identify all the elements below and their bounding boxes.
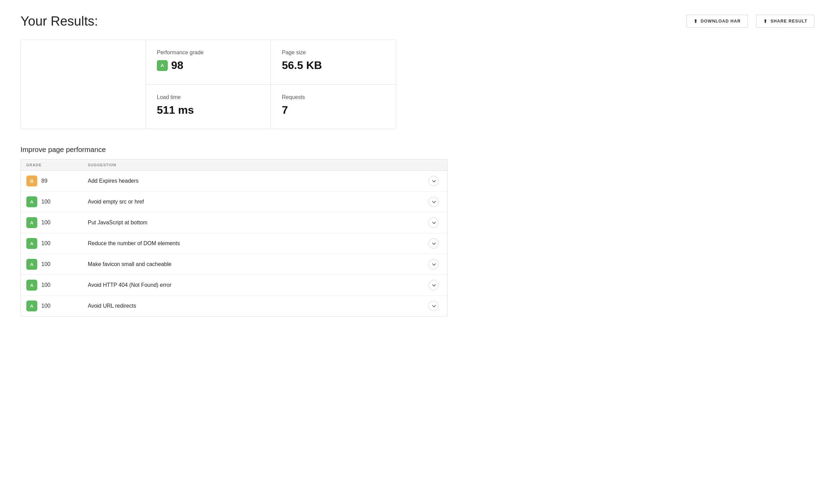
results-grid: Performance grade A 98 Page size 56.5 KB… <box>20 40 396 129</box>
share-result-button[interactable]: ⬆ SHARE RESULT <box>756 15 815 28</box>
requests-card: Requests 7 <box>271 85 396 129</box>
chevron-down-icon <box>432 283 436 286</box>
row-grade: A 100 <box>26 280 88 291</box>
share-icon: ⬆ <box>763 18 768 24</box>
expand-button[interactable] <box>428 176 439 186</box>
row-grade: A 100 <box>26 217 88 228</box>
page-size-label: Page size <box>282 50 385 56</box>
load-time-value: 511 ms <box>157 104 260 116</box>
grade-badge: B <box>26 176 37 186</box>
row-expand <box>425 259 442 269</box>
row-score: 100 <box>41 303 51 309</box>
table-row[interactable]: A 100 Put JavaScript at bottom <box>21 212 447 233</box>
row-suggestion: Avoid empty src or href <box>88 199 425 205</box>
performance-value: A 98 <box>157 59 260 72</box>
row-score: 89 <box>41 178 47 184</box>
header-row: Your Results: ⬆ DOWNLOAD HAR ⬆ SHARE RES… <box>20 14 815 29</box>
preview-panel <box>21 40 146 129</box>
table-body: B 89 Add Expires headers A 100 Avoid emp… <box>21 171 447 316</box>
row-grade: A 100 <box>26 259 88 270</box>
page-size-value: 56.5 KB <box>282 59 385 72</box>
row-expand <box>425 176 442 186</box>
page-size-number: 56.5 KB <box>282 59 322 72</box>
row-suggestion: Put JavaScript at bottom <box>88 220 425 226</box>
row-score: 100 <box>41 240 51 247</box>
table-header: GRADE SUGGESTION <box>21 159 447 171</box>
table-row[interactable]: B 89 Add Expires headers <box>21 171 447 192</box>
grade-badge: A <box>26 300 37 311</box>
row-expand <box>425 218 442 228</box>
suggestions-table: GRADE SUGGESTION B 89 Add Expires header… <box>20 159 448 317</box>
table-row[interactable]: A 100 Make favicon small and cacheable <box>21 254 447 275</box>
improve-section-title: Improve page performance <box>20 145 815 154</box>
table-row[interactable]: A 100 Avoid empty src or href <box>21 192 447 212</box>
chevron-down-icon <box>432 220 436 224</box>
download-har-button[interactable]: ⬆ DOWNLOAD HAR <box>686 15 748 28</box>
grade-badge: A <box>26 217 37 228</box>
requests-value: 7 <box>282 104 385 116</box>
expand-button[interactable] <box>428 197 439 207</box>
performance-grade-badge: A <box>157 60 168 71</box>
col-grade-header: GRADE <box>26 163 88 167</box>
row-suggestion: Add Expires headers <box>88 178 425 184</box>
share-result-label: SHARE RESULT <box>770 19 807 24</box>
table-row[interactable]: A 100 Reduce the number of DOM elements <box>21 233 447 254</box>
grade-badge: A <box>26 238 37 249</box>
page-title: Your Results: <box>20 14 678 29</box>
row-grade: A 100 <box>26 238 88 249</box>
col-suggestion-header: SUGGESTION <box>88 163 425 167</box>
row-grade: A 100 <box>26 300 88 311</box>
requests-label: Requests <box>282 94 385 100</box>
table-row[interactable]: A 100 Avoid HTTP 404 (Not Found) error <box>21 275 447 296</box>
grade-badge: A <box>26 196 37 207</box>
chevron-down-icon <box>432 199 436 203</box>
row-expand <box>425 197 442 207</box>
row-score: 100 <box>41 261 51 267</box>
load-time-card: Load time 511 ms <box>146 85 271 129</box>
row-suggestion: Reduce the number of DOM elements <box>88 240 425 247</box>
row-suggestion: Make favicon small and cacheable <box>88 261 425 267</box>
row-suggestion: Avoid HTTP 404 (Not Found) error <box>88 282 425 288</box>
chevron-down-icon <box>432 304 436 307</box>
row-expand <box>425 280 442 290</box>
row-score: 100 <box>41 220 51 226</box>
grade-badge: A <box>26 259 37 270</box>
row-score: 100 <box>41 282 51 288</box>
table-row[interactable]: A 100 Avoid URL redirects <box>21 296 447 316</box>
download-har-label: DOWNLOAD HAR <box>701 19 741 24</box>
load-time-number: 511 ms <box>157 104 194 116</box>
chevron-down-icon <box>432 262 436 266</box>
download-icon: ⬆ <box>694 18 698 24</box>
performance-score: 98 <box>171 59 183 72</box>
expand-button[interactable] <box>428 280 439 290</box>
expand-button[interactable] <box>428 301 439 311</box>
performance-label: Performance grade <box>157 50 260 56</box>
requests-number: 7 <box>282 104 288 116</box>
row-grade: A 100 <box>26 196 88 207</box>
chevron-down-icon <box>432 241 436 245</box>
expand-button[interactable] <box>428 238 439 249</box>
expand-button[interactable] <box>428 259 439 269</box>
row-score: 100 <box>41 199 51 205</box>
chevron-down-icon <box>432 179 436 182</box>
page-size-card: Page size 56.5 KB <box>271 40 396 85</box>
row-suggestion: Avoid URL redirects <box>88 303 425 309</box>
row-expand <box>425 238 442 249</box>
expand-button[interactable] <box>428 218 439 228</box>
grade-badge: A <box>26 280 37 291</box>
row-grade: B 89 <box>26 176 88 186</box>
row-expand <box>425 301 442 311</box>
performance-grade-card: Performance grade A 98 <box>146 40 271 85</box>
load-time-label: Load time <box>157 94 260 100</box>
